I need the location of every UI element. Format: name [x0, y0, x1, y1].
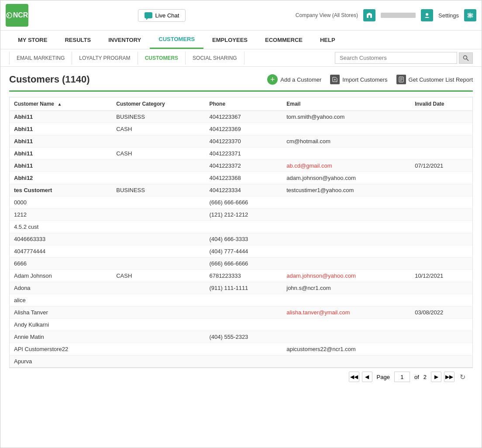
nav-results[interactable]: RESULTS [56, 31, 100, 48]
svg-line-5 [467, 59, 469, 61]
customer-category-cell [112, 343, 205, 355]
table-row[interactable]: alice [10, 294, 472, 307]
table-row[interactable]: Adona(911) 111-1111john.s@ncr1.com [10, 282, 472, 294]
customer-phone-cell [205, 294, 282, 307]
get-report-label: Get Customer List Report [409, 76, 473, 83]
nav-inventory[interactable]: INVENTORY [100, 31, 150, 48]
svg-point-3 [426, 13, 428, 16]
customer-category-cell [112, 331, 205, 343]
get-report-button[interactable]: Get Customer List Report [396, 75, 473, 84]
customer-invalid-date-cell [410, 233, 472, 245]
table-row[interactable]: Adam JohnsonCASH6781223333adam.johnson@y… [10, 270, 472, 282]
search-input[interactable] [335, 52, 457, 64]
search-area [335, 49, 473, 66]
customer-name-cell: 1212 [10, 209, 112, 221]
customer-phone-cell: 4041223367 [205, 111, 282, 123]
col-customer-category: Customer Category [112, 97, 205, 111]
table-row[interactable]: 4.5.2 cust [10, 221, 472, 233]
total-pages: 2 [423, 374, 427, 380]
customer-category-cell [112, 368, 205, 368]
table-row[interactable]: tes CustomertBUSINESS4041223334testcusti… [10, 184, 472, 196]
table-row[interactable]: Abhi11BUSINESS4041223367tom.smith@yahoo.… [10, 111, 472, 123]
customer-name-cell: Apurva [10, 355, 112, 368]
customer-phone-cell: 4041223370 [205, 135, 282, 148]
customer-phone-cell: 4041223369 [205, 123, 282, 135]
subnav-customers[interactable]: CUSTOMERS [138, 52, 186, 65]
table-row[interactable]: 0000(666) 666-6666 [10, 196, 472, 209]
customer-name-cell: 4046663333 [10, 233, 112, 245]
first-page-button[interactable]: ◀◀ [349, 372, 359, 382]
customer-phone-cell: (404) 777-4444 [205, 245, 282, 258]
table-row[interactable]: 4046663333(404) 666-3333 [10, 233, 472, 245]
table-row[interactable]: 4047774444(404) 777-4444 [10, 245, 472, 258]
settings-label[interactable]: Settings [438, 12, 459, 19]
customer-category-cell [112, 221, 205, 233]
customer-email-cell [282, 368, 410, 368]
table-row[interactable]: Arushi [10, 368, 472, 368]
customers-table: Customer Name ▲ Customer Category Phone … [10, 97, 472, 368]
customer-phone-cell: 4041223334 [205, 184, 282, 196]
customer-email-cell: testcustimer1@yahoo.com [282, 184, 410, 196]
live-chat-button[interactable]: Live Chat [138, 9, 186, 22]
customer-invalid-date-cell [410, 196, 472, 209]
customer-invalid-date-cell: 07/12/2021 [410, 160, 472, 172]
settings-gear-button[interactable] [464, 9, 476, 21]
customer-category-cell [112, 294, 205, 307]
table-row[interactable]: API Customerstore22apicustomers22@ncr1.c… [10, 343, 472, 355]
report-icon [396, 75, 406, 84]
page-number-input[interactable] [394, 372, 410, 382]
customer-email-cell [282, 355, 410, 368]
table-row[interactable]: Abhi11CASH4041223371 [10, 148, 472, 160]
table-header-row: Customer Name ▲ Customer Category Phone … [10, 97, 472, 111]
nav-ecommerce[interactable]: ECOMMERCE [256, 31, 311, 48]
subnav-loyalty-program[interactable]: LOYALTY PROGRAM [72, 52, 138, 65]
nav-help[interactable]: HELP [311, 31, 344, 48]
table-row[interactable]: Andy Kulkarni [10, 319, 472, 331]
table-row[interactable]: Alisha Tanveralisha.tanver@ymail.com03/0… [10, 307, 472, 319]
main-navigation: MY STORE RESULTS INVENTORY CUSTOMERS EMP… [0, 31, 482, 49]
customer-email-cell [282, 148, 410, 160]
add-customer-button[interactable]: + Add a Customer [267, 74, 321, 85]
nav-employees[interactable]: EMPLOYEES [203, 31, 256, 48]
svg-rect-2 [368, 15, 370, 18]
table-row[interactable]: Abhi11CASH4041223369 [10, 123, 472, 135]
col-phone: Phone [205, 97, 282, 111]
customer-email-cell [282, 196, 410, 209]
customer-email-cell [282, 245, 410, 258]
ncr-logo: NCR [6, 4, 28, 27]
customer-phone-cell: (404) 666-3333 [205, 233, 282, 245]
search-button[interactable] [459, 52, 473, 64]
table-row[interactable]: Abhi114041223372ab.cd@gmail.com07/12/202… [10, 160, 472, 172]
table-row[interactable]: Apurva [10, 355, 472, 368]
table-row[interactable]: Annie Matin(404) 555-2323 [10, 331, 472, 343]
import-customers-button[interactable]: Import Customers [330, 75, 387, 84]
customer-email-cell: apicustomers22@ncr1.com [282, 343, 410, 355]
customer-name-cell: 4047774444 [10, 245, 112, 258]
nav-my-store[interactable]: MY STORE [9, 31, 56, 48]
customer-invalid-date-cell: 10/12/2021 [410, 270, 472, 282]
refresh-button[interactable]: ↻ [457, 372, 468, 382]
col-customer-name[interactable]: Customer Name ▲ [10, 97, 112, 111]
table-row[interactable]: 6666(666) 666-6666 [10, 258, 472, 270]
customer-name-cell: Adona [10, 282, 112, 294]
customer-name-cell: Abhi12 [10, 172, 112, 184]
customer-email-cell: john.s@ncr1.com [282, 282, 410, 294]
subnav-email-marketing[interactable]: EMAIL MARKETING [9, 52, 72, 65]
table-row[interactable]: Abhi124041223368adam.johnson@yahoo.com [10, 172, 472, 184]
customer-invalid-date-cell [410, 135, 472, 148]
user-avatar[interactable] [421, 9, 433, 21]
nav-customers[interactable]: CUSTOMERS [150, 31, 203, 49]
last-page-button[interactable]: ▶▶ [444, 372, 454, 382]
customer-phone-cell [205, 355, 282, 368]
customer-name-cell: Annie Matin [10, 331, 112, 343]
subnav-social-sharing[interactable]: SOCIAL SHARING [186, 52, 244, 65]
table-row[interactable]: 1212(121) 212-1212 [10, 209, 472, 221]
content-area: Customers (1140) + Add a Customer Import… [0, 67, 482, 448]
customer-name-cell: Abhi11 [10, 160, 112, 172]
customer-invalid-date-cell [410, 245, 472, 258]
prev-page-button[interactable]: ◀ [362, 372, 372, 382]
next-page-button[interactable]: ▶ [431, 372, 441, 382]
customer-category-cell [112, 282, 205, 294]
store-icon-button[interactable] [363, 9, 375, 21]
table-row[interactable]: Abhi114041223370cm@hotmail.com [10, 135, 472, 148]
